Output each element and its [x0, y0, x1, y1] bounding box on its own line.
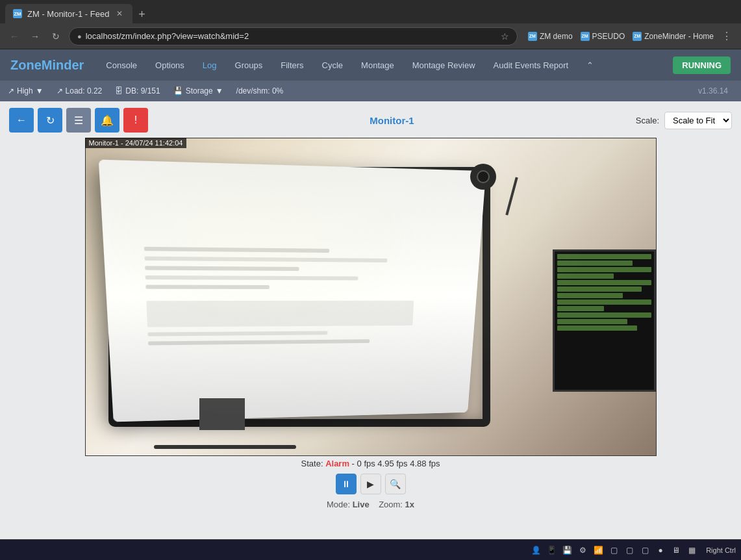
alert-button[interactable]: ! — [123, 108, 148, 133]
monitor-title: Monitor-1 — [370, 115, 414, 126]
camera-scene — [86, 138, 656, 455]
db-icon: 🗄 — [115, 86, 123, 95]
playback-controls: ⏸ ▶ 🔍 — [336, 474, 406, 494]
pause-button[interactable]: ⏸ — [336, 474, 357, 494]
bookmark-label-3: ZoneMinder - Home — [644, 32, 714, 41]
taskbar-icon-2[interactable]: 📱 — [545, 544, 558, 557]
new-tab-button[interactable]: + — [132, 5, 151, 23]
mode-label: Mode: — [327, 500, 350, 509]
storage-label: Storage — [186, 86, 213, 95]
bookmark-label-1: ZM demo — [540, 32, 573, 41]
nav-console[interactable]: Console — [105, 58, 138, 73]
active-tab[interactable]: ZM ZM - Monitor-1 - Feed ✕ — [5, 4, 132, 23]
nav-filters[interactable]: Filters — [279, 58, 305, 73]
taskbar-icon-11[interactable]: ▦ — [685, 544, 698, 557]
bandwidth-label: High — [17, 86, 33, 95]
smon-row-12 — [557, 325, 636, 331]
notification-button[interactable]: 🔔 — [95, 108, 119, 133]
monitor-screen-inner — [99, 159, 486, 422]
mode-bar: Mode: Live Zoom: 1x — [327, 500, 414, 509]
bookmark-star-icon[interactable]: ☆ — [501, 31, 509, 42]
security-icon: ● — [77, 32, 82, 40]
url-text: localhost/zm/index.php?view=watch&mid=2 — [86, 31, 497, 41]
main-content: ← ↻ ☰ 🔔 ! Monitor-1 Scale: Scale to Fit … — [0, 101, 741, 539]
load-icon: ↗ — [57, 86, 63, 95]
taskbar-icon-9[interactable]: ● — [654, 544, 667, 557]
monitor-stand-neck — [199, 398, 245, 430]
storage-selector[interactable]: 💾 Storage ▼ — [173, 86, 223, 95]
second-monitor-content — [555, 251, 653, 390]
running-status-button[interactable]: RUNNING — [673, 57, 731, 74]
smon-row-5 — [557, 280, 651, 285]
nav-montage[interactable]: Montage — [360, 58, 396, 73]
load-status: ↗ Load: 0.22 — [57, 86, 103, 95]
camera-timestamp: Monitor-1 - 24/07/24 11:42:04 — [85, 138, 187, 148]
bookmark-zoneminder-home[interactable]: ZM ZoneMinder - Home — [633, 32, 714, 41]
taskbar-icon-5[interactable]: 📶 — [592, 544, 605, 557]
scale-select[interactable]: Scale to Fit 100% 150% 200% 50% 75% — [664, 112, 732, 129]
search-button[interactable]: 🔍 — [385, 474, 406, 494]
nav-options[interactable]: Options — [154, 58, 186, 73]
nav-groups[interactable]: Groups — [234, 58, 264, 73]
second-monitor — [553, 249, 655, 392]
menu-button[interactable]: ☰ — [66, 108, 91, 133]
storage-icon: 💾 — [173, 86, 183, 95]
devshm-status: /dev/shm: 0% — [236, 86, 284, 95]
taskbar-icon-4[interactable]: ⚙ — [576, 544, 589, 557]
camera-bottom: State: Alarm - 0 fps 4.95 fps 4.88 fps ⏸… — [85, 459, 657, 509]
smon-row-10 — [557, 312, 651, 318]
tab-close-button[interactable]: ✕ — [114, 8, 125, 19]
play-button[interactable]: ▶ — [360, 474, 381, 494]
zoneminder-app: ZoneMinder Console Options Log Groups Fi… — [0, 49, 741, 560]
bookmark-favicon-1: ZM — [528, 32, 537, 41]
taskbar-icon-3[interactable]: 💾 — [560, 544, 573, 557]
storage-dropdown-icon: ▼ — [216, 86, 223, 95]
devshm-label: /dev/shm: 0% — [236, 86, 284, 95]
zoom-label: Zoom: — [379, 500, 403, 509]
refresh-button[interactable]: ↻ — [38, 108, 62, 133]
browser-toolbar: ← → ↻ ● localhost/zm/index.php?view=watc… — [0, 23, 741, 49]
nav-log[interactable]: Log — [201, 58, 218, 73]
bookmark-label-2: PSEUDO — [592, 32, 625, 41]
taskbar-icon-10[interactable]: 🖥 — [670, 544, 683, 557]
version-label: v1.36.14 — [698, 86, 728, 95]
monitor-controls: ← ↻ ☰ 🔔 ! — [9, 108, 148, 133]
monitor-screen — [99, 159, 486, 422]
bandwidth-selector[interactable]: ↗ High ▼ — [8, 86, 44, 95]
bookmark-pseudo[interactable]: ZM PSEUDO — [581, 32, 625, 41]
taskbar-icon-8[interactable]: ▢ — [638, 544, 651, 557]
browser-frame: ZM ZM - Monitor-1 - Feed ✕ + ← → ↻ ● loc… — [0, 0, 741, 560]
tab-favicon: ZM — [13, 9, 22, 18]
back-button[interactable]: ← — [9, 108, 34, 133]
browser-tabs: ZM ZM - Monitor-1 - Feed ✕ + — [0, 0, 741, 23]
zm-brand[interactable]: ZoneMinder — [10, 58, 84, 73]
taskbar-icon-6[interactable]: ▢ — [607, 544, 620, 557]
taskbar-right-ctrl: Right Ctrl — [706, 546, 736, 554]
nav-audit-events[interactable]: Audit Events Report — [492, 58, 570, 73]
smon-row-2 — [557, 261, 632, 266]
mode-value: Live — [353, 500, 370, 509]
camera-container: Monitor-1 - 24/07/24 11:42:04 — [85, 138, 657, 509]
scale-label: Scale: — [636, 116, 659, 125]
webcam — [470, 164, 496, 190]
smon-row-11 — [557, 319, 627, 324]
bookmark-favicon-2: ZM — [581, 32, 590, 41]
forward-nav-button[interactable]: → — [27, 29, 43, 44]
nav-cycle[interactable]: Cycle — [321, 58, 345, 73]
nav-caret[interactable]: ⌃ — [585, 58, 595, 73]
url-bar[interactable]: ● localhost/zm/index.php?view=watch&mid=… — [69, 27, 518, 45]
bookmarks-bar: ZM ZM demo ZM PSEUDO ZM ZoneMinder - Hom… — [528, 32, 714, 41]
taskbar-icon-7[interactable]: ▢ — [623, 544, 636, 557]
taskbar-icon-1[interactable]: 👤 — [529, 544, 542, 557]
browser-menu-button[interactable]: ⋮ — [719, 29, 735, 44]
reload-nav-button[interactable]: ↻ — [48, 29, 64, 44]
smon-row-7 — [557, 293, 623, 298]
smon-row-3 — [557, 267, 651, 272]
back-nav-button[interactable]: ← — [6, 29, 22, 44]
smon-row-1 — [557, 254, 651, 259]
navbar: ZoneMinder Console Options Log Groups Fi… — [0, 49, 741, 81]
zoom-value: 1x — [405, 500, 414, 509]
bookmark-zm-demo[interactable]: ZM ZM demo — [528, 32, 573, 41]
nav-montage-review[interactable]: Montage Review — [411, 58, 477, 73]
smon-row-4 — [557, 274, 613, 279]
